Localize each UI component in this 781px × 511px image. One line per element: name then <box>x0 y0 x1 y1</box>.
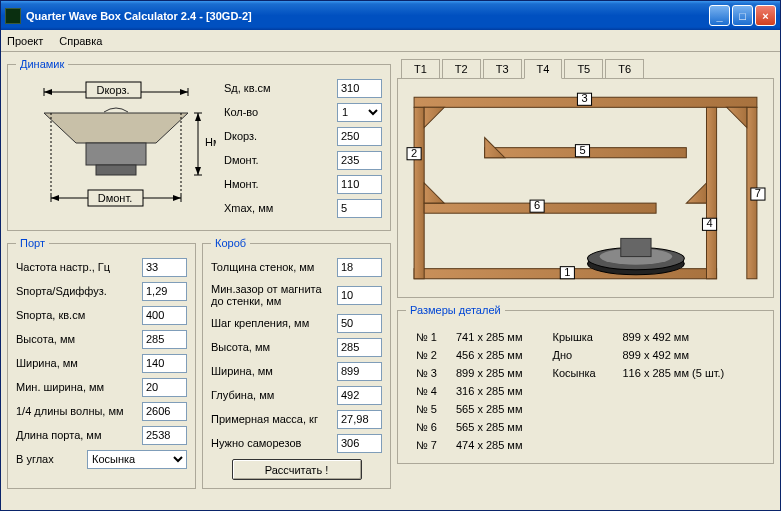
app-icon <box>5 8 21 24</box>
freq-label: Частота настр., Гц <box>16 261 142 273</box>
legend-box: Короб <box>211 237 250 249</box>
xmax-label: Xmax, мм <box>224 202 337 214</box>
sd-input[interactable] <box>337 79 382 98</box>
bot-label: Дно <box>553 346 613 364</box>
hmont-label: Hмонт. <box>224 178 337 190</box>
minw-label: Мин. ширина, мм <box>16 381 142 393</box>
svg-marker-20 <box>173 195 181 201</box>
menu-project[interactable]: Проект <box>7 35 43 47</box>
svg-text:4: 4 <box>706 217 712 229</box>
svg-marker-35 <box>686 183 706 203</box>
wall-input[interactable] <box>337 258 382 277</box>
box-w-label: Ширина, мм <box>211 365 337 377</box>
port-h-label: Высота, мм <box>16 333 142 345</box>
dim-n6-lbl: № 6 <box>416 418 446 436</box>
svg-marker-33 <box>727 107 747 127</box>
svg-text:1: 1 <box>564 266 570 278</box>
svg-rect-29 <box>707 107 717 278</box>
tab-t5[interactable]: T5 <box>564 59 603 79</box>
qty-label: Кол-во <box>224 106 337 118</box>
minimize-button[interactable]: _ <box>709 5 730 26</box>
svg-marker-19 <box>51 195 59 201</box>
gap-input[interactable] <box>337 286 382 305</box>
calculate-button[interactable]: Рассчитать ! <box>232 459 362 480</box>
svg-rect-40 <box>621 238 651 256</box>
plen-input[interactable] <box>142 426 187 445</box>
dkorz-input[interactable] <box>337 127 382 146</box>
group-port: Порт Частота настр., Гц Sпорта/Sдиффуз. … <box>7 237 196 489</box>
maximize-button[interactable]: □ <box>732 5 753 26</box>
tab-t4[interactable]: T4 <box>524 59 563 79</box>
box-d-input[interactable] <box>337 386 382 405</box>
svg-marker-34 <box>424 183 444 203</box>
box-h-input[interactable] <box>337 338 382 357</box>
svg-text:Hмонт.: Hмонт. <box>205 136 216 148</box>
lid-val: 899 x 492 мм <box>623 328 690 346</box>
svg-rect-9 <box>96 165 136 175</box>
group-dimensions: Размеры деталей № 1741 x 285 мм № 2456 x… <box>397 304 774 464</box>
speaker-diagram: Dкорз. Hмонт. <box>16 78 216 208</box>
svg-marker-13 <box>195 113 201 121</box>
dim-n4-lbl: № 4 <box>416 382 446 400</box>
corners-select[interactable]: Косынка <box>87 450 187 469</box>
box-d-label: Глубина, мм <box>211 389 337 401</box>
box-w-input[interactable] <box>337 362 382 381</box>
dim-n4: 316 x 285 мм <box>456 382 523 400</box>
step-label: Шаг крепления, мм <box>211 317 337 329</box>
tab-t3[interactable]: T3 <box>483 59 522 79</box>
svg-marker-32 <box>424 107 444 127</box>
enclosure-diagram: 3 2 5 6 1 4 7 <box>404 85 767 291</box>
dim-n1-lbl: № 1 <box>416 328 446 346</box>
plen-label: Длина порта, мм <box>16 429 142 441</box>
tab-t2[interactable]: T2 <box>442 59 481 79</box>
svg-text:2: 2 <box>411 147 417 159</box>
svg-text:Dкорз.: Dкорз. <box>96 84 129 96</box>
tab-t6[interactable]: T6 <box>605 59 644 79</box>
step-input[interactable] <box>337 314 382 333</box>
hmont-input[interactable] <box>337 175 382 194</box>
dim-n7-lbl: № 7 <box>416 436 446 454</box>
group-box: Короб Толщина стенок, мм Мин.зазор от ма… <box>202 237 391 489</box>
gap-label: Мин.зазор от магнита до стенки, мм <box>211 283 337 307</box>
dmont-input[interactable] <box>337 151 382 170</box>
freq-input[interactable] <box>142 258 187 277</box>
tab-t1[interactable]: T1 <box>401 59 440 79</box>
mass-label: Примерная масса, кг <box>211 413 337 425</box>
qwave-input[interactable] <box>142 402 187 421</box>
gus-label: Косынка <box>553 364 613 382</box>
tabs: T1 T2 T3 T4 T5 T6 <box>397 58 774 78</box>
screws-input[interactable] <box>337 434 382 453</box>
ratio-input[interactable] <box>142 282 187 301</box>
dim-n3: 899 x 285 мм <box>456 364 523 382</box>
lid-label: Крышка <box>553 328 613 346</box>
dim-n2-lbl: № 2 <box>416 346 446 364</box>
close-button[interactable]: × <box>755 5 776 26</box>
group-dynamic: Динамик Dкорз. <box>7 58 391 231</box>
bot-val: 899 x 492 мм <box>623 346 690 364</box>
svg-text:3: 3 <box>581 92 587 104</box>
box-h-label: Высота, мм <box>211 341 337 353</box>
dim-n7: 474 x 285 мм <box>456 436 523 454</box>
sport-input[interactable] <box>142 306 187 325</box>
main-window: Quarter Wave Box Calculator 2.4 - [30GD-… <box>0 0 781 511</box>
port-w-input[interactable] <box>142 354 187 373</box>
svg-text:5: 5 <box>579 144 585 156</box>
svg-marker-7 <box>44 113 188 143</box>
titlebar[interactable]: Quarter Wave Box Calculator 2.4 - [30GD-… <box>1 1 780 30</box>
svg-marker-14 <box>195 167 201 175</box>
menubar: Проект Справка <box>1 30 780 52</box>
sd-label: Sд, кв.см <box>224 82 337 94</box>
xmax-input[interactable] <box>337 199 382 218</box>
mass-input[interactable] <box>337 410 382 429</box>
svg-text:Dмонт.: Dмонт. <box>98 192 133 204</box>
port-h-input[interactable] <box>142 330 187 349</box>
legend-dynamic: Динамик <box>16 58 68 70</box>
minw-input[interactable] <box>142 378 187 397</box>
qwave-label: 1/4 длины волны, мм <box>16 405 142 417</box>
dim-n3-lbl: № 3 <box>416 364 446 382</box>
svg-text:6: 6 <box>534 199 540 211</box>
menu-help[interactable]: Справка <box>59 35 102 47</box>
tab-panel: 3 2 5 6 1 4 7 <box>397 78 774 298</box>
svg-rect-27 <box>414 107 424 278</box>
qty-select[interactable]: 1 <box>337 103 382 122</box>
